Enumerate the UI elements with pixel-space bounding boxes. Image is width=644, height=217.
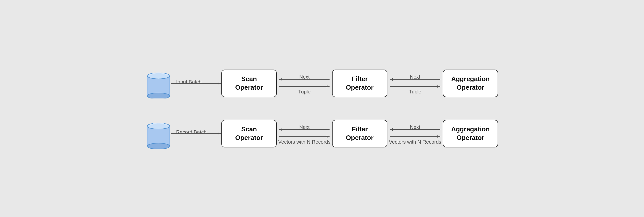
scan-operator-top: ScanOperator: [221, 70, 277, 97]
svg-point-1: [147, 93, 170, 98]
filter-agg-connector-top: Next Tuple: [387, 70, 443, 97]
scan-operator-bottom: ScanOperator: [221, 120, 277, 147]
input-arrow-bottom: [171, 133, 221, 134]
database-cylinder-bottom: [146, 119, 171, 149]
aggregation-operator-top: AggregationOperator: [443, 70, 498, 97]
tuple-label-top-right: Tuple: [387, 89, 443, 95]
vectors-arrow-bottom-left: [279, 136, 330, 137]
next-arrow-top-left: [279, 79, 330, 80]
next-arrow-bottom-left: [279, 129, 330, 130]
vectors-label-bottom-right: Vectors with N Records: [387, 139, 443, 145]
input-batch-label-top: Input Batch: [176, 79, 202, 85]
filter-agg-connector-bottom: Next Vectors with N Records: [387, 120, 443, 147]
vectors-arrow-bottom-right: [390, 136, 440, 137]
database-cylinder-top: [146, 68, 171, 98]
svg-point-4: [147, 143, 170, 149]
filter-operator-top: FilterOperator: [332, 70, 387, 97]
diagram-container: Input Batch ScanOperator Next Tuple Filt…: [126, 53, 518, 164]
top-row: Input Batch ScanOperator Next Tuple Filt…: [146, 68, 498, 98]
tuple-arrow-top-left: [279, 86, 330, 87]
aggregation-operator-bottom: AggregationOperator: [443, 120, 498, 147]
filter-operator-label-top: FilterOperator: [346, 75, 374, 92]
input-batch-connector-bottom: Record Batch: [171, 120, 221, 147]
next-arrow-top-right: [390, 79, 440, 80]
aggregation-operator-label-top: AggregationOperator: [451, 75, 490, 92]
scan-operator-label-bottom: ScanOperator: [235, 125, 263, 142]
input-batch-label-bottom: Record Batch: [176, 129, 207, 135]
tuple-arrow-top-right: [390, 86, 440, 87]
scan-operator-label-top: ScanOperator: [235, 75, 263, 92]
next-arrow-bottom-right: [390, 129, 440, 130]
bottom-row: Record Batch ScanOperator Next Vectors w…: [146, 119, 498, 149]
filter-operator-label-bottom: FilterOperator: [346, 125, 374, 142]
input-batch-connector-top: Input Batch: [171, 70, 221, 97]
filter-operator-bottom: FilterOperator: [332, 120, 387, 147]
aggregation-operator-label-bottom: AggregationOperator: [451, 125, 490, 142]
vectors-label-bottom-left: Vectors with N Records: [277, 139, 332, 145]
scan-filter-connector-bottom: Next Vectors with N Records: [277, 120, 332, 147]
svg-point-2: [147, 73, 170, 79]
svg-point-5: [147, 123, 170, 129]
input-arrow-top: [171, 83, 221, 84]
scan-filter-connector-top: Next Tuple: [277, 70, 332, 97]
tuple-label-top-left: Tuple: [277, 89, 332, 95]
